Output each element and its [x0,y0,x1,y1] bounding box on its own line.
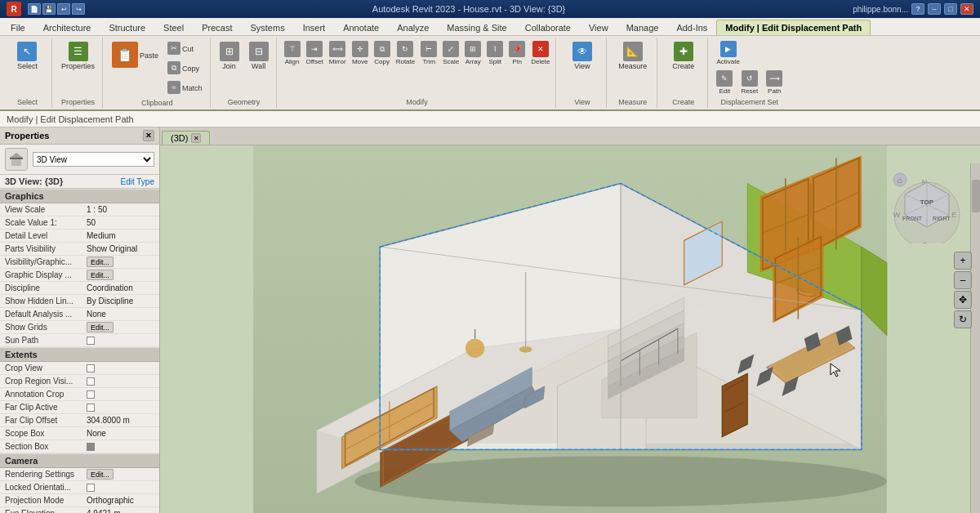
tab-steel[interactable]: Steel [154,20,193,35]
wall-joins-btn[interactable]: ⊟ Wall [245,39,273,73]
svg-text:S: S [922,241,927,243]
clipboard-group-label: Clipboard [141,99,173,107]
match-btn[interactable]: ≈ Match [163,78,207,97]
viewport[interactable]: (3D) ✕ [160,127,980,513]
prop-annotation-crop: Annotation Crop [0,388,159,401]
move-btn[interactable]: ✛ Move [350,39,371,67]
view-ribbon-btn[interactable]: 👁 View [568,39,596,73]
user-info[interactable]: philippe.bonn... [853,5,908,14]
viewport-tab-3d[interactable]: (3D) ✕ [162,131,210,145]
measure-btn[interactable]: 📐 Measure [614,39,651,73]
prop-default-analysis: Default Analysis ... None [0,308,159,321]
paste-btn[interactable]: 📋 Paste [108,39,163,71]
show-grids-edit-btn[interactable]: Edit... [87,322,114,332]
activate-btn[interactable]: ▶ Activate [713,39,742,67]
offset-btn[interactable]: ⇥ Offset [304,39,326,67]
tab-massing[interactable]: Massing & Site [438,20,515,35]
tab-systems[interactable]: Systems [241,20,293,35]
pin-btn[interactable]: 📌 Pin [506,39,528,67]
disp-reset-btn[interactable]: ↺ Reset [737,69,761,96]
disp-path-btn[interactable]: ⟿ Path [763,69,786,96]
array-icon: ⊞ [465,41,481,57]
cut-btn[interactable]: ✂ Cut [163,39,207,58]
properties-panel: Properties ✕ 3D View 3D View: {3D} Edit … [0,127,160,513]
app-icon[interactable]: R [7,2,21,16]
ribbon-group-create: ✚ Create Create [659,38,708,108]
properties-close-btn[interactable]: ✕ [143,130,154,141]
trim-btn[interactable]: ⊢ Trim [418,39,439,67]
rotate-btn[interactable]: ↻ Rotate [394,39,418,67]
disp-edit-btn[interactable]: ✎ Edit [713,69,736,96]
tab-manage[interactable]: Manage [617,20,668,35]
properties-ribbon-btn[interactable]: ☰ Properties [57,39,99,73]
tab-analyze[interactable]: Analyze [388,20,438,35]
delete-btn[interactable]: ✕ Delete [528,39,552,67]
pan-btn[interactable]: ✥ [954,291,972,309]
tab-insert[interactable]: Insert [294,20,335,35]
copy-modify-btn[interactable]: ⧉ Copy [372,39,393,67]
tab-modify[interactable]: Modify | Edit Displacement Path [716,20,871,35]
properties-scroll[interactable]: Graphics View Scale 1 : 50 Scale Value 1… [0,189,159,513]
split-btn[interactable]: ⌇ Split [484,39,506,67]
section-box-checkbox[interactable] [87,443,95,451]
select-btn[interactable]: ↖ Select [13,39,42,73]
main-area: Properties ✕ 3D View 3D View: {3D} Edit … [0,127,980,513]
tab-collaborate[interactable]: Collaborate [516,20,580,35]
viewport-tab-label: (3D) [171,133,188,143]
tab-annotate[interactable]: Annotate [334,20,388,35]
title-bar-left: R 📄 💾 ↩ ↪ [7,2,85,16]
split-icon: ⌇ [487,41,503,57]
view-name-row: 3D View: {3D} Edit Type [0,175,159,189]
array-btn[interactable]: ⊞ Array [462,39,483,67]
join-btn[interactable]: ⊞ Join [216,39,243,73]
sun-path-checkbox[interactable] [87,337,95,345]
annotation-crop-checkbox[interactable] [87,390,95,399]
crop-region-checkbox[interactable] [87,377,95,386]
locked-orientation-checkbox[interactable] [87,484,95,492]
svg-point-4 [354,456,887,506]
tab-file[interactable]: File [2,20,34,35]
orbit-btn[interactable]: ↻ [954,310,972,328]
prop-crop-view: Crop View [0,362,159,375]
minimize-btn[interactable]: – [928,3,941,15]
help-btn[interactable]: ? [911,3,924,15]
ribbon-group-clipboard: 📋 Paste ✂ Cut ⧉ Copy ≈ Match Clipboard [105,38,211,108]
svg-rect-0 [10,158,23,159]
zoom-in-btn[interactable]: + [954,252,972,270]
create-ribbon-btn[interactable]: ✚ Create [668,39,698,73]
ribbon-tabs: File Architecture Structure Steel Precas… [0,18,980,36]
tab-addins[interactable]: Add-Ins [667,20,716,35]
save-btn[interactable]: 💾 [42,3,56,15]
file-btn[interactable]: 📄 [28,3,41,15]
edit-type-btn[interactable]: Edit Type [120,177,154,186]
tab-precast[interactable]: Precast [193,20,241,35]
close-btn[interactable]: ✕ [960,3,973,15]
tab-structure[interactable]: Structure [100,20,154,35]
copy-ribbon-btn[interactable]: ⧉ Copy [163,59,207,78]
zoom-out-btn[interactable]: – [954,271,972,289]
tab-view[interactable]: View [580,20,617,35]
pin-icon: 📌 [509,41,525,57]
vertical-scrollbar[interactable] [970,163,980,513]
tab-architecture[interactable]: Architecture [34,20,100,35]
crop-view-checkbox[interactable] [87,364,95,372]
mirror-pl-btn[interactable]: ⟺ Mirror [327,39,349,67]
prop-far-clip-offset: Far Clip Offset 304.8000 m [0,414,159,427]
visibility-edit-btn[interactable]: Edit... [87,256,114,267]
far-clip-checkbox[interactable] [87,404,95,412]
restore-btn[interactable]: □ [944,3,957,15]
navigation-controls: + – ✥ ↻ [954,252,972,328]
undo-btn[interactable]: ↩ [57,3,70,15]
align-btn[interactable]: ⊤ Align [282,39,303,67]
scale-btn[interactable]: ⤢ Scale [440,39,461,67]
prop-eye-elevation: Eye Elevation 4.9421 m [0,507,159,513]
viewport-tab-close-btn[interactable]: ✕ [191,133,201,143]
rendering-edit-btn[interactable]: Edit... [87,469,114,480]
prop-section-box: Section Box [0,440,159,453]
viewcube[interactable]: N S W E TOP FRONT RIGHT [890,170,964,243]
prop-locked-orientation: Locked Orientati... [0,481,159,494]
title-bar: R 📄 💾 ↩ ↪ Autodesk Revit 2023 - House.rv… [0,0,980,18]
graphic-display-edit-btn[interactable]: Edit... [87,270,114,280]
redo-btn[interactable]: ↪ [72,3,85,15]
view-type-select[interactable]: 3D View [33,152,154,167]
